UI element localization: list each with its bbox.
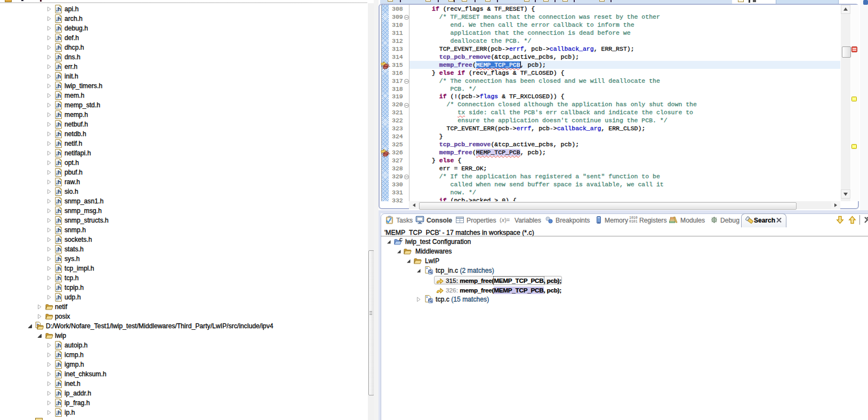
- svg-text:.h: .h: [56, 246, 61, 252]
- svg-text:.h: .h: [56, 102, 61, 108]
- svg-text:.h: .h: [56, 256, 61, 262]
- svg-text:.h: .h: [56, 236, 61, 243]
- svg-text:.h: .h: [56, 352, 61, 358]
- svg-text:.h: .h: [56, 179, 61, 185]
- svg-text:.h: .h: [56, 15, 61, 22]
- svg-text:.h: .h: [56, 409, 61, 416]
- svg-text:.h: .h: [56, 284, 61, 291]
- svg-text:.h: .h: [56, 342, 61, 348]
- svg-text:.h: .h: [56, 73, 61, 80]
- svg-text:.h: .h: [56, 198, 61, 204]
- svg-text:.h: .h: [56, 92, 61, 99]
- svg-text:.h: .h: [56, 35, 61, 41]
- svg-text:.h: .h: [56, 265, 61, 272]
- svg-text:.h: .h: [56, 361, 61, 368]
- svg-text:.h: .h: [56, 44, 61, 51]
- svg-text:.h: .h: [56, 83, 61, 89]
- svg-text:.h: .h: [56, 169, 61, 176]
- svg-text:.h: .h: [56, 294, 61, 300]
- svg-text:.h: .h: [56, 140, 61, 147]
- svg-text:.h: .h: [56, 54, 61, 60]
- svg-text:.h: .h: [56, 371, 61, 377]
- svg-text:.h: .h: [56, 390, 61, 397]
- svg-text:.h: .h: [56, 208, 61, 214]
- svg-text:C: C: [399, 238, 403, 242]
- svg-text:.h: .h: [56, 64, 61, 70]
- svg-text:.h: .h: [56, 381, 61, 387]
- svg-text:.h: .h: [56, 188, 61, 195]
- svg-text:.h: .h: [56, 112, 61, 118]
- svg-text:.h: .h: [56, 6, 61, 12]
- svg-text:.h: .h: [56, 121, 61, 128]
- svg-text:.h: .h: [56, 400, 61, 406]
- svg-text:.h: .h: [56, 25, 61, 31]
- svg-text:.h: .h: [56, 131, 61, 137]
- svg-text:.h: .h: [56, 275, 61, 281]
- svg-text:.h: .h: [56, 160, 61, 166]
- svg-text:.h: .h: [56, 227, 61, 233]
- svg-text:.h: .h: [56, 150, 61, 156]
- svg-text:.h: .h: [56, 217, 61, 224]
